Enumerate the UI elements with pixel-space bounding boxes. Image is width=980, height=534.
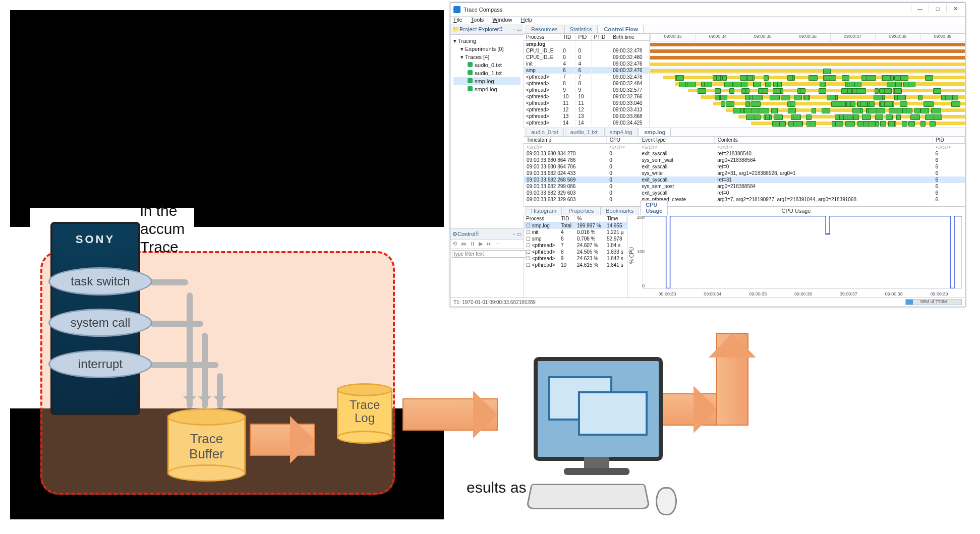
project-explorer-tree[interactable]: ▾ Tracing▾ Experiments [0]▾ Traces [4]au… [450, 35, 524, 95]
table-row[interactable]: CPU0_IDLE0009:00:32.480 [524, 54, 650, 61]
gantt-row[interactable] [650, 113, 965, 120]
gantt-row[interactable] [650, 68, 965, 74]
gantt-row[interactable] [650, 100, 965, 107]
tab[interactable]: Properties [563, 206, 599, 215]
status-bar: T1: 1970-01-01 09:00:33.682186289 99M of… [450, 297, 965, 307]
tab[interactable]: Statistics [564, 25, 598, 33]
memory-label: 99M of 770M [906, 299, 961, 304]
table-row[interactable]: 09:00:33.680 864 7860exit_syscallret=06 [524, 163, 965, 170]
table-row[interactable]: <pthread>111109:00:33.040 [524, 100, 650, 106]
trace-buffer-label: TraceBuffer [167, 431, 246, 461]
board-brand: SONY [52, 233, 138, 246]
table-row[interactable]: <pthread>8809:00:32.484 [524, 80, 650, 87]
svg-rect-0 [643, 216, 962, 288]
control-filter-input[interactable] [452, 250, 526, 258]
event-table[interactable]: TimestampCPUEvent typeContentsPID<srch><… [524, 137, 965, 203]
table-row[interactable]: smp6609:00:32.476 [524, 67, 650, 74]
tree-item[interactable]: smp4.log [453, 85, 521, 93]
event-interrupt: interrupt [48, 350, 152, 378]
table-row[interactable]: <pthread>141409:00:34.425 [524, 120, 650, 126]
tab[interactable]: smp4.log [604, 128, 638, 136]
gantt-row[interactable] [650, 54, 965, 61]
table-row[interactable]: init4409:00:32.476 [524, 61, 650, 67]
menu-window[interactable]: Window [492, 17, 512, 23]
titlebar[interactable]: Trace Compass — □ ✕ [450, 3, 965, 17]
gantt-chart[interactable]: 09:00:3309:00:3409:00:3509:00:3609:00:37… [650, 34, 965, 128]
arrow-up-to-tc [716, 333, 748, 426]
maximize-button[interactable]: □ [929, 4, 946, 13]
gantt-row[interactable] [650, 74, 965, 81]
tab[interactable]: audio_1.txt [565, 128, 603, 136]
table-row[interactable]: ☐ init40.016 %1.221 µ [524, 229, 627, 235]
table-row[interactable]: <pthread>101009:00:32.766 [524, 93, 650, 100]
gantt-row[interactable] [650, 94, 965, 100]
event-tabs[interactable]: audio_0.txtaudio_1.txtsmp4.logsmp.log [524, 128, 965, 137]
gantt-row[interactable] [650, 81, 965, 87]
event-system-call: system call [48, 309, 152, 337]
arrow-log-to-pc [402, 398, 498, 431]
tab[interactable]: Histogram [526, 206, 562, 215]
table-row[interactable]: <pthread>121209:00:33.413 [524, 106, 650, 113]
menu-file[interactable]: File [453, 17, 463, 23]
table-row[interactable]: ☐ <pthread>924.623 %1.842 s [524, 255, 627, 262]
memory-meter: 99M of 770M [905, 299, 962, 305]
table-row[interactable]: 09:00:33.682 024 4330sys_writearg2=31, a… [524, 170, 965, 176]
project-explorer-header[interactable]: 📁 Project Explorer ⠿ ▫ ▭ [450, 24, 524, 35]
tree-item[interactable]: audio_0.txt [453, 61, 521, 69]
gantt-row[interactable] [650, 61, 965, 68]
connector [187, 292, 193, 408]
table-row[interactable]: 09:00:33.682 329 6030sys_pthread_createa… [524, 196, 965, 203]
tree-item[interactable]: ▾ Traces [4] [453, 53, 521, 61]
top-tabs[interactable]: ResourcesStatisticsControl Flow [524, 24, 965, 34]
table-row[interactable]: 09:00:33.680 834 2700exit_syscallret=218… [524, 150, 965, 157]
table-row[interactable]: CPU1_IDLE0009:00:32.478 [524, 47, 650, 54]
bottom-tabs[interactable]: HistogramPropertiesBookmarksCPU Usage [524, 207, 627, 215]
table-row[interactable]: 09:00:33.682 268 5690exit_syscallret=316 [524, 176, 965, 183]
table-row[interactable]: ☐ smp60.708 %52.978 [524, 235, 627, 242]
control-flow-table[interactable]: ProcessTIDPIDPTIDBirth timesmp.logCPU1_I… [524, 34, 650, 126]
table-row[interactable]: 09:00:33.680 864 7860sys_sem_waitarg0=21… [524, 157, 965, 163]
table-row[interactable]: <pthread>131309:00:33.868 [524, 113, 650, 120]
tree-item[interactable]: ▾ Tracing [453, 37, 521, 45]
tab[interactable]: smp.log [639, 128, 671, 136]
control-toolbar[interactable]: ⟲ ⏮ ⏸ ▶ ⏭ ⋯ [450, 240, 524, 249]
table-row[interactable]: ☐ <pthread>824.505 %1.833 s [524, 249, 627, 255]
connector-h [150, 362, 218, 368]
close-button[interactable]: ✕ [946, 4, 964, 13]
table-row[interactable]: ☐ <pthread>724.607 %1.84 s [524, 242, 627, 249]
menu-help[interactable]: Help [521, 17, 533, 23]
cpu-usage-chart[interactable]: CPU Usage % CPU 2001000 09:00:3309:00:34… [627, 207, 965, 299]
gantt-row[interactable] [650, 120, 965, 127]
connector [217, 373, 223, 408]
menu-tools[interactable]: Tools [471, 17, 484, 23]
close-icon[interactable]: ▫ ▭ [513, 26, 522, 33]
process-table[interactable]: ProcessTID%Time☐ smp.logTotal199.997 %14… [524, 215, 627, 268]
minimize-button[interactable]: — [911, 4, 929, 13]
chart-title: CPU Usage [627, 208, 965, 214]
table-row[interactable]: <srch><srch><srch><srch><srch> [524, 144, 965, 151]
app-icon [453, 6, 460, 13]
stub-text: in the accum Trace [140, 202, 185, 256]
tree-item[interactable]: ▾ Experiments [0] [453, 45, 521, 53]
connector [202, 333, 208, 408]
gantt-row[interactable] [650, 48, 965, 54]
table-row[interactable]: ☐ smp.logTotal199.997 %14.955 [524, 222, 627, 229]
tree-item[interactable]: smp.log [453, 77, 521, 85]
table-row[interactable]: <pthread>9909:00:32.577 [524, 87, 650, 93]
tree-item[interactable]: audio_1.txt [453, 69, 521, 77]
table-row[interactable]: 09:00:33.682 299 0860sys_sem_postarg0=21… [524, 183, 965, 190]
control-header[interactable]: ⚙ Control ⠿▫ ▭ [450, 229, 524, 240]
table-row[interactable]: <pthread>7709:00:32.478 [524, 74, 650, 80]
window-title: Trace Compass [464, 7, 502, 13]
tab[interactable]: audio_0.txt [526, 128, 564, 136]
table-row[interactable]: smp.log [524, 41, 650, 48]
gantt-row[interactable] [650, 41, 965, 48]
table-row[interactable]: ☐ <pthread>1024.615 %1.841 s [524, 262, 627, 268]
gantt-row[interactable] [650, 87, 965, 94]
connector-h [150, 321, 203, 327]
arrow-buffer-to-log [250, 424, 315, 456]
tab[interactable]: Resources [526, 25, 563, 33]
tab[interactable]: Control Flow [599, 25, 644, 33]
gantt-row[interactable] [650, 107, 965, 113]
table-row[interactable]: 09:00:33.682 329 6030exit_syscallret=06 [524, 190, 965, 196]
